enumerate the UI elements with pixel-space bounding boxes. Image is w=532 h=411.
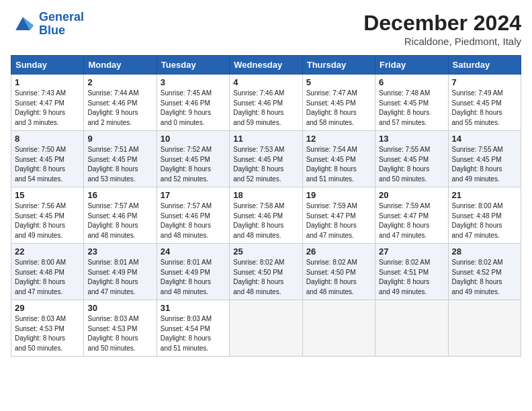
day-number: 19: [306, 190, 371, 200]
calendar-cell: 19Sunrise: 7:59 AMSunset: 4:47 PMDayligh…: [302, 187, 375, 244]
calendar-cell: 18Sunrise: 7:58 AMSunset: 4:46 PMDayligh…: [230, 187, 302, 244]
day-number: 3: [161, 77, 226, 87]
calendar-cell: 21Sunrise: 8:00 AMSunset: 4:48 PMDayligh…: [448, 187, 521, 244]
day-number: 2: [87, 77, 152, 87]
day-number: 5: [306, 77, 371, 87]
day-number: 22: [15, 246, 80, 257]
day-detail: Sunrise: 7:54 AMSunset: 4:45 PMDaylight:…: [306, 145, 371, 184]
day-detail: Sunrise: 7:55 AMSunset: 4:45 PMDaylight:…: [452, 145, 517, 184]
logo-icon: [11, 12, 35, 36]
day-number: 12: [306, 134, 371, 144]
calendar-cell: 30Sunrise: 8:03 AMSunset: 4:53 PMDayligh…: [84, 300, 157, 357]
col-header-friday: Friday: [375, 56, 448, 75]
day-number: 16: [87, 190, 152, 200]
day-number: 21: [452, 190, 517, 200]
calendar-cell: 25Sunrise: 8:02 AMSunset: 4:50 PMDayligh…: [230, 244, 302, 300]
day-number: 25: [233, 246, 298, 257]
day-number: 8: [15, 134, 80, 144]
day-number: 30: [87, 303, 152, 313]
day-detail: Sunrise: 7:56 AMSunset: 4:45 PMDaylight:…: [15, 201, 80, 240]
day-number: 26: [306, 246, 371, 257]
day-number: 14: [452, 134, 517, 144]
calendar-cell: 20Sunrise: 7:59 AMSunset: 4:47 PMDayligh…: [375, 187, 448, 244]
calendar-header-row: SundayMondayTuesdayWednesdayThursdayFrid…: [11, 56, 521, 75]
day-detail: Sunrise: 7:43 AMSunset: 4:47 PMDaylight:…: [15, 89, 80, 128]
day-detail: Sunrise: 8:03 AMSunset: 4:54 PMDaylight:…: [161, 314, 226, 353]
calendar-cell: 16Sunrise: 7:57 AMSunset: 4:46 PMDayligh…: [84, 187, 157, 244]
day-detail: Sunrise: 7:45 AMSunset: 4:46 PMDaylight:…: [161, 89, 226, 128]
calendar-cell: 12Sunrise: 7:54 AMSunset: 4:45 PMDayligh…: [302, 131, 375, 187]
day-number: 4: [233, 77, 298, 87]
day-number: 7: [452, 77, 517, 87]
day-detail: Sunrise: 7:58 AMSunset: 4:46 PMDaylight:…: [233, 201, 298, 240]
calendar-cell: 22Sunrise: 8:00 AMSunset: 4:48 PMDayligh…: [11, 244, 84, 300]
day-detail: Sunrise: 8:02 AMSunset: 4:52 PMDaylight:…: [452, 258, 517, 297]
day-number: 29: [15, 303, 80, 313]
day-number: 24: [161, 246, 226, 257]
logo-text: General Blue: [39, 11, 84, 38]
week-row-1: 1Sunrise: 7:43 AMSunset: 4:47 PMDaylight…: [11, 75, 521, 131]
day-number: 9: [87, 134, 152, 144]
calendar-cell: 24Sunrise: 8:01 AMSunset: 4:49 PMDayligh…: [157, 244, 229, 300]
day-number: 6: [379, 77, 444, 87]
page-subtitle: Ricaldone, Piedmont, Italy: [363, 36, 521, 47]
day-detail: Sunrise: 7:49 AMSunset: 4:45 PMDaylight:…: [452, 89, 517, 128]
calendar-cell: 15Sunrise: 7:56 AMSunset: 4:45 PMDayligh…: [11, 187, 84, 244]
day-detail: Sunrise: 7:53 AMSunset: 4:45 PMDaylight:…: [233, 145, 298, 184]
calendar-cell: 5Sunrise: 7:47 AMSunset: 4:45 PMDaylight…: [302, 75, 375, 131]
calendar-cell: 28Sunrise: 8:02 AMSunset: 4:52 PMDayligh…: [448, 244, 521, 300]
day-number: 31: [161, 303, 226, 313]
week-row-5: 29Sunrise: 8:03 AMSunset: 4:53 PMDayligh…: [11, 300, 521, 357]
day-detail: Sunrise: 8:02 AMSunset: 4:50 PMDaylight:…: [233, 258, 298, 297]
calendar-cell: 11Sunrise: 7:53 AMSunset: 4:45 PMDayligh…: [230, 131, 302, 187]
day-detail: Sunrise: 7:59 AMSunset: 4:47 PMDaylight:…: [306, 201, 371, 240]
day-detail: Sunrise: 7:50 AMSunset: 4:45 PMDaylight:…: [15, 145, 80, 184]
calendar-cell: 1Sunrise: 7:43 AMSunset: 4:47 PMDaylight…: [11, 75, 84, 131]
col-header-wednesday: Wednesday: [230, 56, 302, 75]
day-detail: Sunrise: 7:52 AMSunset: 4:45 PMDaylight:…: [161, 145, 226, 184]
day-number: 15: [15, 190, 80, 200]
calendar-cell: 17Sunrise: 7:57 AMSunset: 4:46 PMDayligh…: [157, 187, 229, 244]
day-detail: Sunrise: 8:00 AMSunset: 4:48 PMDaylight:…: [452, 201, 517, 240]
calendar-cell: 10Sunrise: 7:52 AMSunset: 4:45 PMDayligh…: [157, 131, 229, 187]
week-row-2: 8Sunrise: 7:50 AMSunset: 4:45 PMDaylight…: [11, 131, 521, 187]
title-block: December 2024 Ricaldone, Piedmont, Italy: [363, 11, 521, 47]
day-number: 28: [452, 246, 517, 257]
day-detail: Sunrise: 7:57 AMSunset: 4:46 PMDaylight:…: [87, 201, 152, 240]
calendar-cell: 23Sunrise: 8:01 AMSunset: 4:49 PMDayligh…: [84, 244, 157, 300]
day-detail: Sunrise: 8:01 AMSunset: 4:49 PMDaylight:…: [161, 258, 226, 297]
day-number: 13: [379, 134, 444, 144]
calendar-cell: 3Sunrise: 7:45 AMSunset: 4:46 PMDaylight…: [157, 75, 229, 131]
day-detail: Sunrise: 7:48 AMSunset: 4:45 PMDaylight:…: [379, 89, 444, 128]
calendar-cell: 26Sunrise: 8:02 AMSunset: 4:50 PMDayligh…: [302, 244, 375, 300]
calendar-cell: 27Sunrise: 8:02 AMSunset: 4:51 PMDayligh…: [375, 244, 448, 300]
day-detail: Sunrise: 7:55 AMSunset: 4:45 PMDaylight:…: [379, 145, 444, 184]
calendar-cell: [375, 300, 448, 357]
day-number: 10: [161, 134, 226, 144]
day-detail: Sunrise: 7:46 AMSunset: 4:46 PMDaylight:…: [233, 89, 298, 128]
day-detail: Sunrise: 7:44 AMSunset: 4:46 PMDaylight:…: [87, 89, 152, 128]
day-detail: Sunrise: 7:47 AMSunset: 4:45 PMDaylight:…: [306, 89, 371, 128]
calendar-cell: 9Sunrise: 7:51 AMSunset: 4:45 PMDaylight…: [84, 131, 157, 187]
day-detail: Sunrise: 7:57 AMSunset: 4:46 PMDaylight:…: [161, 201, 226, 240]
calendar-cell: 29Sunrise: 8:03 AMSunset: 4:53 PMDayligh…: [11, 300, 84, 357]
calendar-table: SundayMondayTuesdayWednesdayThursdayFrid…: [11, 55, 521, 357]
day-detail: Sunrise: 8:03 AMSunset: 4:53 PMDaylight:…: [15, 314, 80, 353]
day-number: 1: [15, 77, 80, 87]
day-detail: Sunrise: 8:03 AMSunset: 4:53 PMDaylight:…: [87, 314, 152, 353]
day-detail: Sunrise: 8:00 AMSunset: 4:48 PMDaylight:…: [15, 258, 80, 297]
logo-line1: General: [39, 10, 84, 24]
calendar-cell: 31Sunrise: 8:03 AMSunset: 4:54 PMDayligh…: [157, 300, 229, 357]
logo-line2: Blue: [39, 24, 65, 37]
col-header-saturday: Saturday: [448, 56, 521, 75]
calendar-cell: 13Sunrise: 7:55 AMSunset: 4:45 PMDayligh…: [375, 131, 448, 187]
day-detail: Sunrise: 7:51 AMSunset: 4:45 PMDaylight:…: [87, 145, 152, 184]
day-number: 11: [233, 134, 298, 144]
page-header: General Blue December 2024 Ricaldone, Pi…: [11, 11, 521, 47]
calendar-cell: 14Sunrise: 7:55 AMSunset: 4:45 PMDayligh…: [448, 131, 521, 187]
calendar-cell: [302, 300, 375, 357]
calendar-cell: 2Sunrise: 7:44 AMSunset: 4:46 PMDaylight…: [84, 75, 157, 131]
calendar-cell: 4Sunrise: 7:46 AMSunset: 4:46 PMDaylight…: [230, 75, 302, 131]
week-row-4: 22Sunrise: 8:00 AMSunset: 4:48 PMDayligh…: [11, 244, 521, 300]
day-number: 27: [379, 246, 444, 257]
